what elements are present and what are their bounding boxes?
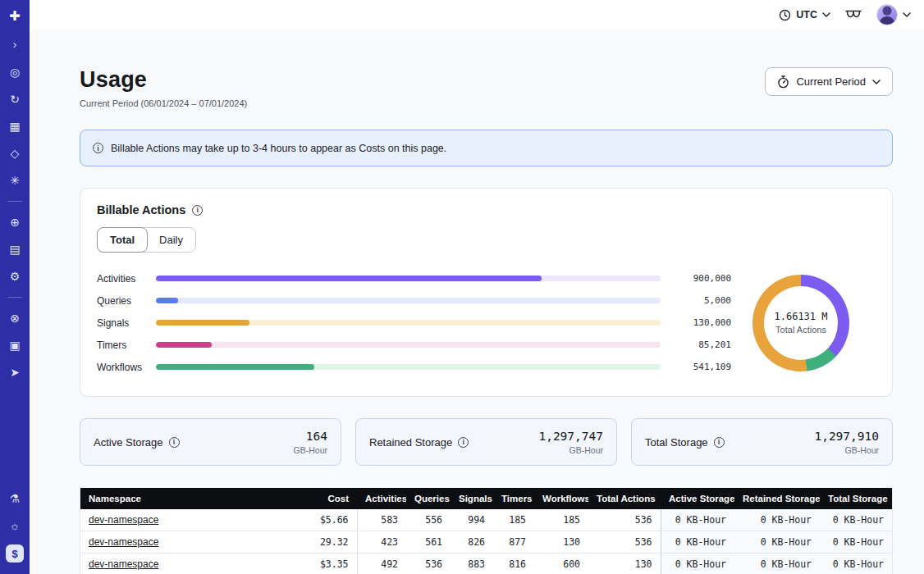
bar-label: Activities	[97, 273, 156, 285]
col-header-namespace: Namespace	[80, 488, 291, 509]
stat-value-block: 1,297,910GB-Hour	[814, 430, 879, 455]
billing-icon[interactable]: ▤	[7, 241, 23, 257]
bar-value: 85,201	[672, 339, 731, 350]
support-icon[interactable]: ⊗	[7, 310, 23, 326]
stat-label-text: Active Storage	[94, 436, 163, 449]
cell-total-storage: 0 KB-Hour	[820, 554, 892, 574]
bar-track	[156, 276, 661, 281]
bar-row-activities: Activities900,000	[97, 267, 731, 289]
namespace-link[interactable]: dev-namespace	[89, 536, 158, 548]
sidebar: ✚› ◎↻▦◇✳ ⊕▤⚙ ⊗▣➤ ⚗☼$	[0, 0, 30, 574]
billable-title: Billable Actions	[97, 203, 185, 216]
sidebar-group-bottom: ⚗☼$	[6, 490, 24, 563]
goggles-icon	[845, 10, 862, 20]
donut-total-label: Total Actions	[775, 325, 826, 335]
bar-label: Signals	[97, 317, 156, 329]
cell-total-storage: 0 KB-Hour	[820, 509, 892, 531]
bar-row-workflows: Workflows541,109	[97, 356, 731, 378]
namespace-link[interactable]: dev-namespace	[89, 558, 158, 570]
cell-total-actions: 536	[588, 531, 661, 554]
bar-label: Queries	[97, 295, 156, 307]
account-menu[interactable]	[876, 4, 911, 25]
cell-timers: 185	[493, 509, 534, 531]
bar-fill	[156, 342, 212, 348]
sidebar-group-top: ✚›	[7, 8, 23, 52]
bar-row-queries: Queries5,000	[97, 289, 731, 312]
cell-total-storage: 0 KB-Hour	[820, 531, 892, 554]
regions-icon[interactable]: ⊕	[7, 214, 23, 230]
bar-fill	[156, 364, 314, 370]
cell-signals: 883	[451, 554, 493, 574]
page-subtitle: Current Period (06/01/2024 – 07/01/2024)	[80, 98, 247, 108]
info-icon[interactable]: i	[169, 437, 180, 448]
chevron-down-icon	[822, 12, 830, 17]
main-area: UTC Usage Current Period (06/01/2024 – 0…	[30, 0, 924, 574]
bar-fill	[156, 320, 249, 326]
stat-unit: GB-Hour	[814, 445, 879, 455]
billable-actions-card: Billable Actions i TotalDaily Activities…	[80, 188, 893, 397]
tab-daily[interactable]: Daily	[147, 228, 195, 252]
cell-activities: 583	[357, 509, 406, 531]
cell-namespace: dev-namespace	[80, 531, 291, 554]
cell-active-storage: 0 KB-Hour	[661, 554, 734, 574]
collapse-icon[interactable]: ›	[7, 35, 23, 52]
col-header-cost: Cost	[291, 488, 357, 509]
bar-value: 541,109	[672, 362, 731, 372]
stat-label: Total Storagei	[645, 436, 725, 449]
stat-label-text: Total Storage	[645, 436, 708, 449]
info-icon[interactable]: i	[192, 205, 203, 216]
stat-label-text: Retained Storage	[369, 436, 452, 449]
timezone-selector[interactable]: UTC	[779, 9, 830, 21]
docs-icon[interactable]: ▣	[7, 337, 23, 353]
usage-table-wrap: NamespaceCostActivitiesQueriesSignalsTim…	[80, 488, 893, 574]
workflows-icon[interactable]: ◎	[7, 64, 23, 80]
deployments-icon[interactable]: ◇	[7, 145, 23, 162]
cell-total-actions: 536	[588, 509, 661, 531]
cell-queries: 536	[406, 554, 451, 574]
schedules-icon[interactable]: ↻	[7, 91, 23, 107]
settings-icon[interactable]: ⚙	[7, 268, 23, 285]
temporal-logo-icon[interactable]: ✚	[7, 8, 23, 25]
info-icon[interactable]: i	[458, 437, 469, 448]
cell-timers: 877	[493, 531, 534, 554]
sidebar-group-main: ◎↻▦◇✳	[7, 64, 23, 189]
feedback-icon[interactable]: ➤	[7, 364, 23, 380]
stat-card-total-storage: Total Storagei1,297,910GB-Hour	[631, 418, 893, 466]
namespaces-icon[interactable]: ▦	[7, 118, 23, 134]
period-selector-button[interactable]: Current Period	[765, 67, 893, 96]
donut-center: 1.66131 M Total Actions	[752, 275, 849, 371]
col-header-signals: Signals	[451, 488, 493, 509]
usage-table-body: dev-namespace$5.665835569941851855360 KB…	[80, 509, 892, 574]
chevron-down-icon	[903, 12, 911, 17]
stat-label: Retained Storagei	[369, 436, 469, 449]
goggles-button[interactable]	[845, 10, 862, 20]
nexus-icon[interactable]: ✳	[7, 172, 23, 189]
labs-icon[interactable]: ⚗	[7, 490, 23, 507]
col-header-activities: Activities	[357, 488, 406, 509]
stat-card-active-storage: Active Storagei164GB-Hour	[80, 418, 341, 466]
col-header-retained-storage: Retained Storage	[734, 488, 820, 509]
info-icon: i	[93, 143, 103, 153]
page-content: Usage Current Period (06/01/2024 – 07/01…	[30, 30, 924, 574]
cell-retained-storage: 0 KB-Hour	[734, 531, 820, 554]
usage-table-head-row: NamespaceCostActivitiesQueriesSignalsTim…	[80, 488, 892, 509]
stat-value-number: 1,297,910	[814, 430, 879, 443]
theme-icon[interactable]: ☼	[7, 517, 23, 534]
col-header-total-storage: Total Storage	[820, 488, 892, 509]
topbar: UTC	[30, 0, 924, 30]
bar-fill	[156, 298, 178, 303]
namespace-link[interactable]: dev-namespace	[89, 514, 158, 526]
currency-icon[interactable]: $	[6, 544, 24, 563]
tab-total[interactable]: Total	[97, 227, 148, 253]
cell-timers: 816	[493, 554, 534, 574]
total-actions-donut: 1.66131 M Total Actions	[752, 275, 849, 371]
cell-queries: 561	[406, 531, 451, 554]
clock-icon	[779, 9, 791, 21]
stat-unit: GB-Hour	[294, 445, 327, 455]
bar-track	[156, 320, 661, 326]
stat-card-retained-storage: Retained Storagei1,297,747GB-Hour	[355, 418, 617, 466]
cell-retained-storage: 0 KB-Hour	[734, 509, 820, 531]
col-header-total-actions: Total Actions	[588, 488, 661, 509]
cell-total-actions: 130	[588, 554, 661, 574]
info-icon[interactable]: i	[714, 437, 725, 448]
